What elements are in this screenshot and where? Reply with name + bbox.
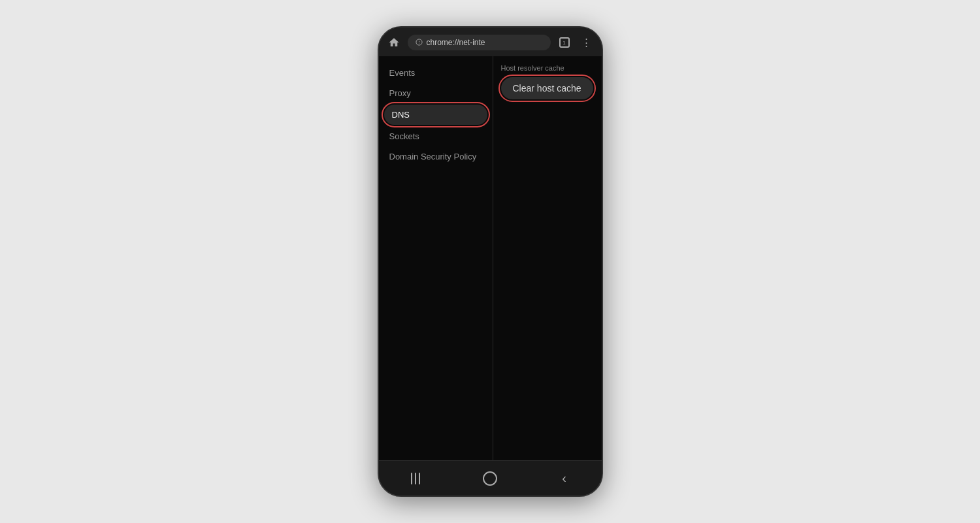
browser-bar: chrome://net-inte 1 ⋮ xyxy=(379,27,602,56)
svg-point-2 xyxy=(419,42,419,43)
back-button[interactable]: ‹ xyxy=(551,465,578,492)
info-icon xyxy=(416,39,423,47)
main-panel: Host resolver cache Clear host cache xyxy=(493,56,602,460)
bottom-nav: ‹ xyxy=(379,460,602,496)
nav-item-domain-security-policy[interactable]: Domain Security Policy xyxy=(379,146,493,167)
nav-sidebar: Events Proxy DNS Sockets Domain Security… xyxy=(379,56,493,460)
browser-menu-button[interactable]: ⋮ xyxy=(578,34,595,51)
recent-apps-button[interactable] xyxy=(402,465,429,492)
nav-item-events[interactable]: Events xyxy=(379,63,493,83)
phone-frame: chrome://net-inte 1 ⋮ Events Proxy DNS S… xyxy=(378,26,603,497)
back-arrow-icon: ‹ xyxy=(562,471,566,486)
browser-home-button[interactable] xyxy=(385,34,402,51)
home-icon xyxy=(483,471,497,486)
home-button[interactable] xyxy=(477,465,503,492)
address-bar[interactable]: chrome://net-inte xyxy=(408,35,551,50)
nav-item-proxy[interactable]: Proxy xyxy=(379,83,493,103)
clear-host-cache-button[interactable]: Clear host cache xyxy=(501,77,593,99)
nav-item-dns[interactable]: DNS xyxy=(384,105,487,125)
content-area: Events Proxy DNS Sockets Domain Security… xyxy=(379,56,602,460)
url-text: chrome://net-inte xyxy=(427,38,543,47)
recent-apps-icon xyxy=(411,473,420,484)
section-label: Host resolver cache xyxy=(501,64,594,72)
nav-item-sockets[interactable]: Sockets xyxy=(379,126,493,146)
tab-count-badge: 1 xyxy=(559,37,570,48)
tab-switcher-button[interactable]: 1 xyxy=(556,34,573,51)
